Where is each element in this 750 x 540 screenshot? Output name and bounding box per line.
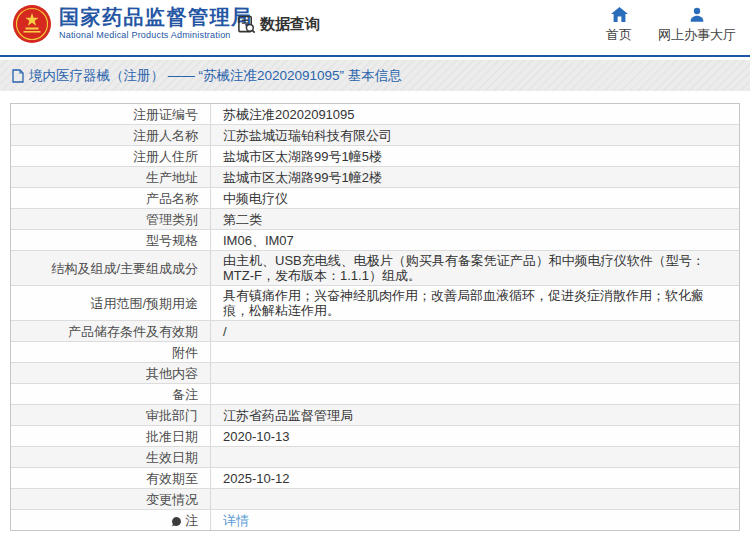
row-label: 管理类别 [11, 209, 211, 229]
row-value: 2020-10-13 [211, 426, 739, 446]
row-value [211, 342, 739, 362]
row-value [211, 363, 739, 383]
row-value: 中频电疗仪 [211, 188, 739, 208]
table-row: 批准日期2020-10-13 [11, 426, 739, 447]
table-row: 变更情况 [11, 489, 739, 510]
row-value: / [211, 321, 739, 341]
table-row: 有效期至2025-10-12 [11, 468, 739, 489]
row-value: 由主机、USB充电线、电极片（购买具有备案凭证产品）和中频电疗仪软件（型号：MT… [211, 251, 739, 285]
row-label: 附件 [11, 342, 211, 362]
row-label: 生产地址 [11, 167, 211, 187]
data-query-label: 数据查询 [260, 15, 320, 34]
data-query-section[interactable]: 数据查询 [237, 15, 320, 34]
row-label: 结构及组成/主要组成成分 [11, 251, 211, 285]
row-value: 2025-10-12 [211, 468, 739, 488]
nav-item-home[interactable]: 首页 [606, 7, 632, 44]
table-row: 审批部门江苏省药品监督管理局 [11, 405, 739, 426]
row-label: 产品储存条件及有效期 [11, 321, 211, 341]
agency-title-en: National Medical Products Administration [59, 31, 253, 40]
table-row: 附件 [11, 342, 739, 363]
row-value [211, 384, 739, 404]
table-row: 其他内容 [11, 363, 739, 384]
row-label: 适用范围/预期用途 [11, 286, 211, 320]
national-emblem-logo [12, 4, 52, 44]
agency-logo-text: 国家药品监督管理局 National Medical Products Admi… [59, 7, 253, 40]
row-value: 盐城市区太湖路99号1幢5楼 [211, 146, 739, 166]
row-value: IM06、IM07 [211, 230, 739, 250]
table-row: 生效日期 [11, 447, 739, 468]
agency-title-cn: 国家药品监督管理局 [59, 7, 253, 27]
table-row: 结构及组成/主要组成成分由主机、USB充电线、电极片（购买具有备案凭证产品）和中… [11, 251, 739, 286]
note-label: 注 [185, 513, 198, 528]
row-label: 变更情况 [11, 489, 211, 509]
row-value: 具有镇痛作用；兴奋神经肌肉作用；改善局部血液循环，促进炎症消散作用；软化瘢痕，松… [211, 286, 739, 320]
row-value: 第二类 [211, 209, 739, 229]
row-value: 苏械注准20202091095 [211, 104, 739, 124]
row-label: 注 [11, 510, 211, 530]
row-label: 生效日期 [11, 447, 211, 467]
row-label: 其他内容 [11, 363, 211, 383]
row-label: 批准日期 [11, 426, 211, 446]
table-row: 型号规格IM06、IM07 [11, 230, 739, 251]
row-label: 产品名称 [11, 188, 211, 208]
row-label: 审批部门 [11, 405, 211, 425]
nav-item-label: 网上办事大厅 [658, 26, 736, 44]
nav-item-service-hall[interactable]: 网上办事大厅 [658, 7, 736, 44]
row-value [211, 447, 739, 467]
row-value: 盐城市区太湖路99号1幢2楼 [211, 167, 739, 187]
top-nav: 首页 网上办事大厅 [606, 7, 736, 44]
table-row: 备注 [11, 384, 739, 405]
table-row: 注册证编号苏械注准20202091095 [11, 104, 739, 125]
row-value: 江苏省药品监督管理局 [211, 405, 739, 425]
table-row: 生产地址盐城市区太湖路99号1幢2楼 [11, 167, 739, 188]
site-header: 国家药品监督管理局 National Medical Products Admi… [0, 0, 750, 57]
home-icon [611, 7, 628, 22]
table-row: 管理类别第二类 [11, 209, 739, 230]
table-row: 注册人住所盐城市区太湖路99号1幢5楼 [11, 146, 739, 167]
page-icon [12, 69, 24, 83]
nav-item-label: 首页 [606, 26, 632, 44]
table-row-note: 注 详情 [11, 510, 739, 530]
row-label: 型号规格 [11, 230, 211, 250]
row-value [211, 489, 739, 509]
table-row: 适用范围/预期用途具有镇痛作用；兴奋神经肌肉作用；改善局部血液循环，促进炎症消散… [11, 286, 739, 321]
row-label: 注册证编号 [11, 104, 211, 124]
row-label: 注册人名称 [11, 125, 211, 145]
page: { "header": { "logo": { "title_cn": "国家药… [0, 0, 750, 540]
row-label: 注册人住所 [11, 146, 211, 166]
table-row: 产品储存条件及有效期/ [11, 321, 739, 342]
person-icon [689, 7, 705, 22]
row-value: 江苏盐城迈瑞铂科技有限公司 [211, 125, 739, 145]
document-search-icon [237, 15, 256, 34]
row-label: 备注 [11, 384, 211, 404]
breadcrumb-bar: 境内医疗器械（注册） —— “苏械注准20202091095” 基本信息 [0, 60, 750, 91]
row-label: 有效期至 [11, 468, 211, 488]
breadcrumb: 境内医疗器械（注册） —— “苏械注准20202091095” 基本信息 [29, 67, 402, 85]
comment-icon [171, 516, 182, 527]
row-value: 详情 [211, 510, 739, 530]
table-row: 注册人名称江苏盐城迈瑞铂科技有限公司 [11, 125, 739, 146]
table-row: 产品名称中频电疗仪 [11, 188, 739, 209]
details-link[interactable]: 详情 [223, 513, 249, 528]
registration-info-table: 注册证编号苏械注准20202091095 注册人名称江苏盐城迈瑞铂科技有限公司 … [10, 103, 740, 531]
